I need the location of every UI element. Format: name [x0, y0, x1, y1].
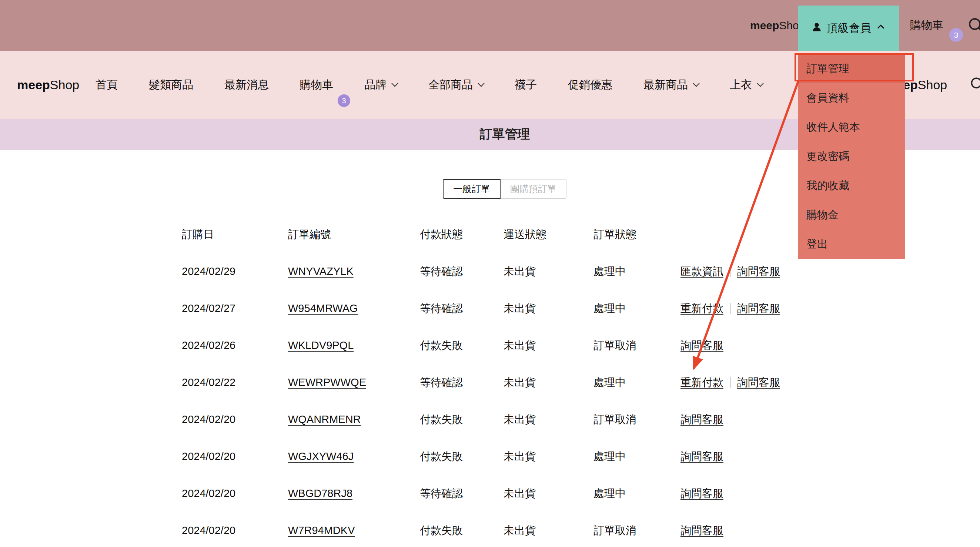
shipping-status: 未出貨 [504, 412, 593, 427]
order-number-link[interactable]: WNYVAZYLK [288, 266, 353, 277]
orders-table-header: 訂購日訂單編號付款狀態運送狀態訂單狀態 [172, 216, 837, 253]
shipping-status: 未出貨 [504, 338, 593, 353]
shipping-status: 未出貨 [504, 375, 593, 390]
order-number-link[interactable]: WEWRPWWQE [288, 376, 366, 388]
member-menu-button[interactable]: 頂級會員 [798, 6, 899, 51]
action-link[interactable]: 詢問客服 [681, 486, 724, 501]
action-link[interactable]: 匯款資訊 [681, 264, 724, 279]
menu-item[interactable]: 我的收藏 [798, 171, 905, 200]
nav-item[interactable]: 襪子 [515, 77, 537, 92]
nav-item[interactable]: 促銷優惠 [568, 77, 612, 92]
action-link[interactable]: 詢問客服 [681, 412, 724, 427]
order-actions: 詢問客服 [681, 412, 837, 427]
nav-item-label: 襪子 [515, 77, 537, 92]
page-title: 訂單管理 [480, 126, 530, 143]
action-link[interactable]: 詢問客服 [737, 375, 780, 390]
nav-item-label: 促銷優惠 [568, 77, 612, 92]
nav-item-label: 品牌 [364, 77, 387, 92]
order-number-link[interactable]: W954MRWAG [288, 302, 358, 314]
order-actions: 重新付款詢問客服 [681, 301, 837, 316]
search-icon[interactable] [969, 76, 980, 94]
order-status: 處理中 [593, 449, 681, 464]
nav-item-label: 髮類商品 [149, 77, 193, 92]
order-number-cell: WKLDV9PQL [288, 339, 420, 351]
menu-item[interactable]: 更改密碼 [798, 142, 905, 171]
order-status: 訂單取消 [593, 338, 681, 353]
nav-item[interactable]: 髮類商品 [149, 77, 193, 92]
order-actions: 重新付款詢問客服 [681, 375, 837, 390]
action-link[interactable]: 詢問客服 [681, 523, 724, 538]
column-header: 訂購日 [182, 227, 288, 242]
tab-general-orders[interactable]: 一般訂單 [443, 179, 501, 199]
order-number-cell: WBGD78RJ8 [288, 487, 420, 499]
nav-item-label: 全部商品 [428, 77, 473, 92]
chevron-down-icon [477, 80, 484, 87]
order-status: 訂單取消 [593, 523, 681, 538]
nav-logo[interactable]: meepShop [17, 51, 79, 119]
orders-table-body: 2024/02/29WNYVAZYLK等待確認未出貨處理中匯款資訊詢問客服202… [172, 253, 837, 547]
table-row: 2024/02/20WBGD78RJ8等待確認未出貨處理中詢問客服 [172, 475, 837, 512]
tab-group-preorders[interactable]: 團購預訂單 [501, 179, 566, 199]
menu-item[interactable]: 登出 [798, 229, 905, 259]
nav-item[interactable]: 全部商品 [428, 77, 484, 92]
action-link[interactable]: 重新付款 [681, 375, 724, 390]
shipping-status: 未出貨 [504, 523, 593, 538]
order-number-link[interactable]: WQANRMENR [288, 413, 361, 425]
table-row: 2024/02/20WQANRMENR付款失敗未出貨訂單取消詢問客服 [172, 401, 837, 438]
payment-status: 等待確認 [420, 264, 504, 279]
order-number-link[interactable]: WKLDV9PQL [288, 339, 353, 351]
nav-item[interactable]: 購物車 [300, 77, 333, 92]
nav-item-label: 首頁 [95, 77, 118, 92]
nav-item[interactable]: 最新商品 [643, 77, 698, 92]
nav-item-label: 最新商品 [643, 77, 688, 92]
chevron-down-icon [757, 80, 764, 87]
nav-item-label: 購物車 [300, 77, 333, 92]
order-status: 訂單取消 [593, 412, 681, 427]
search-icon[interactable] [967, 16, 980, 35]
menu-item[interactable]: 購物金 [798, 200, 905, 229]
payment-status: 等待確認 [420, 375, 504, 390]
action-link[interactable]: 詢問客服 [737, 264, 780, 279]
order-number-cell: WNYVAZYLK [288, 266, 420, 278]
order-actions: 詢問客服 [681, 523, 837, 538]
order-number-cell: WGJXYW46J [288, 450, 420, 463]
menu-item[interactable]: 收件人範本 [798, 113, 905, 142]
action-link[interactable]: 重新付款 [681, 301, 724, 316]
table-row: 2024/02/27W954MRWAG等待確認未出貨處理中重新付款詢問客服 [172, 290, 837, 327]
nav-item[interactable]: 首頁 [95, 77, 118, 92]
nav-item[interactable]: 最新消息 [224, 77, 269, 92]
order-actions: 詢問客服 [681, 449, 837, 464]
shipping-status: 未出貨 [504, 301, 593, 316]
order-number-cell: WEWRPWWQE [288, 376, 420, 389]
order-status: 處理中 [593, 375, 681, 390]
order-date: 2024/02/20 [182, 525, 288, 537]
order-number-link[interactable]: W7R94MDKV [288, 525, 355, 536]
order-number-link[interactable]: WGJXYW46J [288, 450, 353, 462]
page: { "topbar": { "logo_bold": "meep", "logo… [0, 0, 980, 547]
action-link[interactable]: 詢問客服 [681, 449, 724, 464]
nav-item-label: 上衣 [730, 77, 752, 92]
member-dropdown-menu: 訂單管理會員資料收件人範本更改密碼我的收藏購物金登出 [798, 54, 905, 259]
order-number-link[interactable]: WBGD78RJ8 [288, 487, 352, 499]
order-date: 2024/02/20 [182, 450, 288, 463]
menu-item[interactable]: 會員資料 [798, 83, 905, 113]
table-row: 2024/02/22WEWRPWWQE等待確認未出貨處理中重新付款詢問客服 [172, 364, 837, 401]
action-divider [730, 266, 730, 277]
action-link[interactable]: 詢問客服 [737, 301, 780, 316]
topbar-cart-link[interactable]: 購物車 [910, 0, 943, 51]
member-button-label: 頂級會員 [827, 21, 871, 36]
nav-item[interactable]: 品牌 [364, 77, 397, 92]
payment-status: 付款失敗 [420, 523, 504, 538]
order-status: 處理中 [593, 301, 681, 316]
payment-status: 付款失敗 [420, 449, 504, 464]
nav-item[interactable]: 上衣 [730, 77, 763, 92]
order-date: 2024/02/20 [182, 413, 288, 426]
menu-item[interactable]: 訂單管理 [798, 54, 905, 83]
action-link[interactable]: 詢問客服 [681, 338, 724, 353]
order-actions: 詢問客服 [681, 338, 837, 353]
chevron-up-icon [876, 22, 886, 35]
payment-status: 付款失敗 [420, 412, 504, 427]
table-row: 2024/02/29WNYVAZYLK等待確認未出貨處理中匯款資訊詢問客服 [172, 253, 837, 290]
nav-item-label: 最新消息 [224, 77, 269, 92]
chevron-down-icon [391, 80, 398, 87]
